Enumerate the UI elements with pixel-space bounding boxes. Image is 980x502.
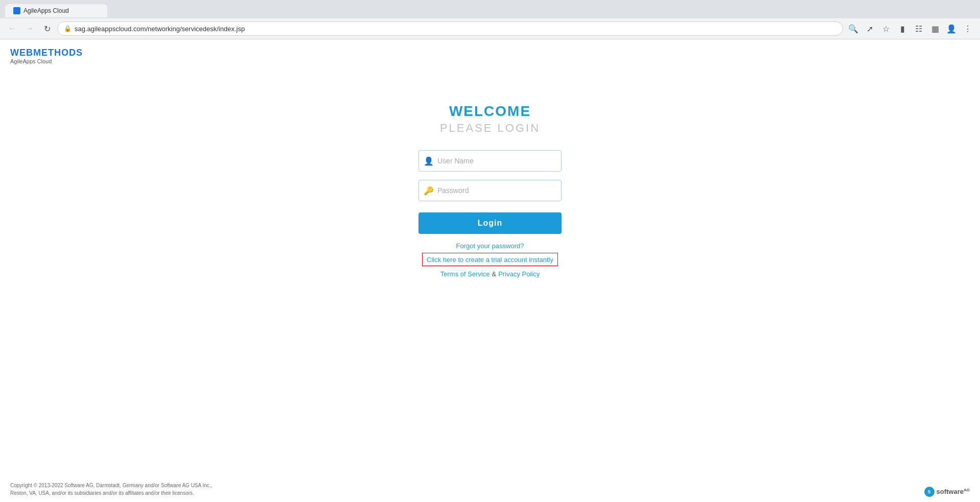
forward-button[interactable]: → — [22, 21, 37, 36]
back-icon: ← — [8, 24, 16, 33]
menu-button[interactable]: ⋮ — [961, 21, 975, 36]
browser-toolbar: ← → ↻ 🔒 sag.agileappscloud.com/networkin… — [0, 18, 980, 39]
search-button[interactable]: 🔍 — [846, 21, 860, 36]
toolbar-right: 🔍 ➚ ☆ ▮ ☷ ▦ 👤 ⋮ — [846, 21, 975, 36]
form-links: Forgot your password? Click here to crea… — [422, 242, 558, 278]
address-bar[interactable]: 🔒 sag.agileappscloud.com/networking/serv… — [57, 21, 843, 36]
forgot-password-link[interactable]: Forgot your password? — [456, 242, 524, 250]
search-icon: 🔍 — [848, 24, 858, 34]
profile-button[interactable]: 👤 — [944, 21, 959, 36]
username-wrapper: 👤 — [418, 150, 562, 172]
url-text: sag.agileappscloud.com/networking/servic… — [75, 25, 245, 33]
back-button[interactable]: ← — [5, 21, 19, 36]
extensions-icon: ▮ — [900, 24, 905, 34]
privacy-policy-link[interactable]: Privacy Policy — [498, 270, 540, 278]
sidebar-icon: ▦ — [931, 24, 939, 34]
main-content: WELCOME PLEASE LOGIN 👤 🔑 Login Forgot yo… — [0, 73, 980, 476]
share-button[interactable]: ➚ — [862, 21, 877, 36]
password-wrapper: 🔑 — [418, 180, 562, 201]
page-wrapper: WEBMETHODS AgileApps Cloud WELCOME PLEAS… — [0, 39, 980, 502]
footer-logo-sup: AG — [964, 488, 970, 492]
page-footer: Copyright © 2013-2022 Software AG, Darms… — [0, 476, 980, 502]
footer-logo-text: softwareAG — [937, 488, 970, 495]
active-tab[interactable]: AgileApps Cloud — [5, 4, 107, 17]
star-button[interactable]: ☆ — [879, 21, 893, 36]
star-icon: ☆ — [882, 24, 890, 34]
terms-of-service-link[interactable]: Terms of Service — [440, 270, 490, 278]
welcome-title: WELCOME — [449, 103, 531, 119]
trial-account-link[interactable]: Click here to create a trial account ins… — [427, 256, 553, 264]
menu-icon: ⋮ — [964, 24, 972, 34]
extensions-button[interactable]: ▮ — [895, 21, 909, 36]
login-form: 👤 🔑 Login — [418, 150, 562, 234]
logo-subtitle: AgileApps Cloud — [10, 58, 970, 64]
lock-icon: 🔒 — [64, 25, 72, 32]
tab-favicon — [13, 7, 20, 14]
terms-separator: & — [492, 270, 497, 278]
software-ag-icon: S — [924, 487, 935, 497]
browser-tabs: AgileApps Cloud — [0, 0, 980, 18]
browser-chrome: AgileApps Cloud ← → ↻ 🔒 sag.agileappsclo… — [0, 0, 980, 39]
please-login-subtitle: PLEASE LOGIN — [440, 122, 540, 135]
media-button[interactable]: ☷ — [912, 21, 926, 36]
login-button[interactable]: Login — [418, 212, 562, 234]
media-icon: ☷ — [915, 24, 922, 34]
username-input[interactable] — [418, 150, 562, 172]
profile-icon: 👤 — [946, 24, 956, 34]
share-icon: ➚ — [867, 24, 873, 34]
forward-icon: → — [26, 24, 34, 33]
footer-logo: S softwareAG — [924, 487, 970, 497]
logo-webmethods: WEBMETHODS — [10, 47, 970, 58]
page-header: WEBMETHODS AgileApps Cloud — [0, 39, 980, 73]
trial-link-wrapper: Click here to create a trial account ins… — [422, 253, 558, 266]
password-input[interactable] — [418, 180, 562, 201]
sidebar-button[interactable]: ▦ — [928, 21, 942, 36]
copyright-text: Copyright © 2013-2022 Software AG, Darms… — [10, 482, 212, 497]
tab-title: AgileApps Cloud — [24, 7, 69, 14]
reload-icon: ↻ — [44, 24, 51, 34]
reload-button[interactable]: ↻ — [40, 21, 54, 36]
logo-area: WEBMETHODS AgileApps Cloud — [10, 47, 970, 64]
terms-line: Terms of Service & Privacy Policy — [440, 270, 540, 278]
